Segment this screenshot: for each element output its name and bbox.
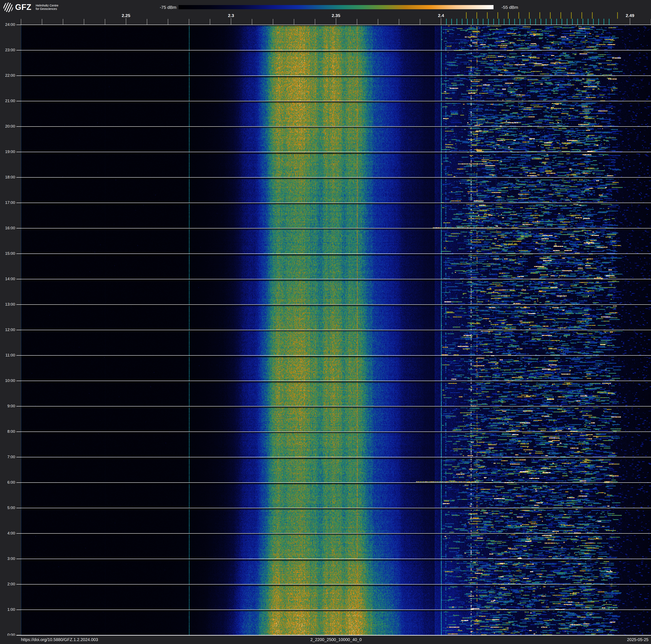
freq-tick (147, 19, 147, 25)
wifi-channel-tick (592, 12, 593, 19)
freq-tick (63, 19, 63, 25)
time-label: 4:00 (0, 531, 15, 535)
freq-tick (420, 19, 420, 25)
ble-channel-tick (546, 19, 547, 25)
ble-channel-tick (603, 19, 604, 25)
freq-tick (378, 19, 378, 25)
ble-channel-tick (593, 19, 594, 25)
hour-gridline (17, 355, 651, 356)
ble-channel-tick (477, 19, 478, 25)
freq-tick (399, 19, 399, 25)
freq-tick (273, 19, 273, 25)
time-label: 10:00 (0, 378, 15, 383)
spectrogram-page: { "header": { "logo": { "brand": "GFZ", … (0, 0, 651, 644)
ble-channel-tick (509, 19, 510, 25)
colorbar-min-label: -75 dBm (134, 5, 177, 10)
wifi-channel-tick (582, 12, 582, 19)
time-label: 7:00 (0, 455, 15, 459)
wifi-channel-tick (550, 12, 551, 19)
hour-gridline (17, 126, 651, 127)
hour-gridline (17, 152, 651, 152)
time-label: 19:00 (0, 149, 15, 154)
hour-gridline (17, 584, 651, 585)
ble-channel-tick (572, 19, 573, 25)
time-label: 23:00 (0, 48, 15, 52)
freq-tick-label: 2.4 (431, 13, 452, 18)
dataset-label: 2_2200_2500_10000_40_0 (21, 637, 651, 642)
wifi-channel-tick (508, 12, 508, 19)
time-label: 17:00 (0, 200, 15, 205)
time-label: 22:00 (0, 73, 15, 78)
wifi-channel-tick (519, 12, 519, 19)
freq-tick-label: 2.49 (620, 13, 641, 18)
hour-gridline (17, 279, 651, 279)
hour-gridline (17, 50, 651, 51)
time-label: 6:00 (0, 480, 15, 485)
hour-gridline (17, 406, 651, 407)
ble-channel-tick (488, 19, 489, 25)
time-label: 1:00 (0, 607, 15, 612)
freq-tick (252, 19, 252, 25)
wifi-channel-tick (529, 12, 530, 19)
freq-tick (315, 19, 315, 25)
freq-tick (294, 19, 294, 25)
time-label: 21:00 (0, 98, 15, 103)
ble-channel-tick (598, 19, 599, 25)
time-label: 13:00 (0, 302, 15, 306)
footer-bar: https://doi.org/10.5880/GFZ.1.2.2024.003… (0, 636, 651, 644)
ble-channel-tick (567, 19, 567, 25)
ble-channel-tick (583, 19, 583, 25)
ble-channel-tick (446, 19, 447, 25)
hour-gridline (17, 330, 651, 330)
hour-gridline (17, 482, 651, 483)
freq-tick-label: 2.35 (326, 13, 346, 18)
freq-tick (42, 19, 42, 25)
ble-channel-tick (504, 19, 504, 25)
hour-gridline (17, 304, 651, 305)
hour-gridline (17, 457, 651, 457)
freq-tick (21, 19, 21, 25)
freq-tick-label: 2.25 (116, 13, 136, 18)
time-label: 3:00 (0, 556, 15, 561)
wifi-channel-tick (487, 12, 488, 19)
time-label: 20:00 (0, 124, 15, 129)
time-label: 15:00 (0, 251, 15, 256)
wifi-channel-tick (560, 12, 561, 19)
ble-channel-tick (483, 19, 484, 25)
freq-tick (231, 18, 231, 25)
wifi-channel-tick (571, 12, 571, 19)
wifi-channel-tick (539, 12, 540, 19)
freq-tick (105, 19, 105, 25)
time-label: 8:00 (0, 429, 15, 434)
time-label: 12:00 (0, 327, 15, 332)
hour-gridline (17, 177, 651, 178)
freq-tick (336, 18, 336, 25)
hour-gridline (17, 559, 651, 559)
hour-gridline (17, 533, 651, 534)
time-label: 5:00 (0, 505, 15, 510)
ble-channel-tick (462, 19, 462, 25)
logo-subtitle-line1: Helmholtz Centre (36, 4, 58, 7)
hour-gridline (17, 228, 651, 229)
hour-gridline (17, 101, 651, 101)
colorbar-max-label: -55 dBm (501, 5, 518, 10)
hour-gridline (17, 203, 651, 203)
wifi-channel-tick (617, 12, 618, 19)
hour-gridline (17, 381, 651, 381)
ble-channel-tick (499, 19, 499, 25)
freq-tick (441, 18, 441, 25)
freq-tick (357, 19, 357, 25)
ble-channel-tick (457, 19, 457, 25)
ble-channel-tick (588, 19, 588, 25)
freq-tick (630, 18, 630, 25)
logo-subtitle-line2: for Geosciences (36, 7, 58, 10)
logo-subtitle: Helmholtz Centre for Geosciences (36, 4, 58, 10)
wifi-channel-tick (476, 12, 477, 19)
hour-gridline (17, 610, 651, 610)
ble-channel-tick (520, 19, 520, 25)
freq-tick (189, 19, 189, 25)
ble-channel-tick (535, 19, 536, 25)
hour-gridline (17, 25, 651, 25)
hour-gridline (17, 76, 651, 76)
ble-channel-tick (467, 19, 468, 25)
